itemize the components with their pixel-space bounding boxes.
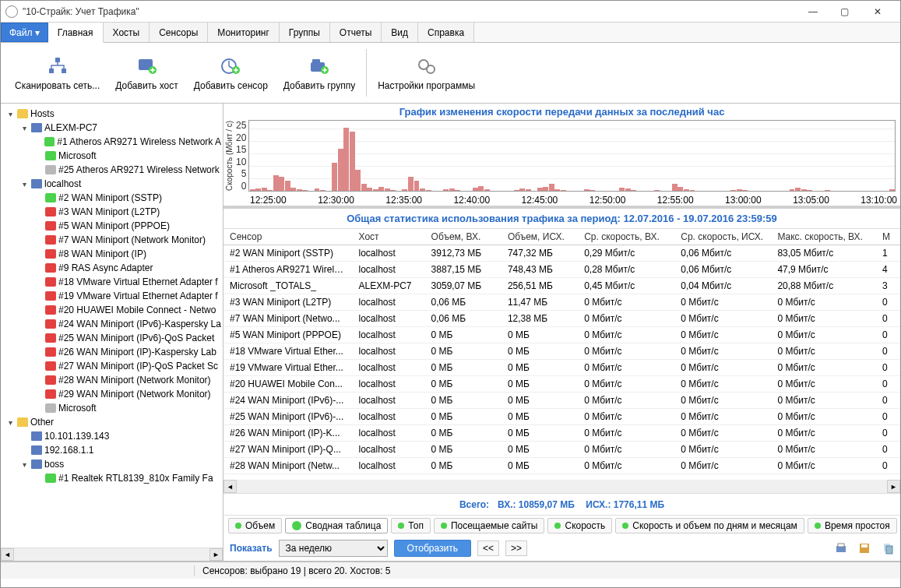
- expand-icon[interactable]: ▾: [5, 110, 15, 118]
- table-row[interactable]: #25 WAN Miniport (IPv6)-...localhost0 МБ…: [223, 409, 900, 425]
- col-header[interactable]: Ср. скорость, ИСХ.: [674, 229, 771, 245]
- view-tab-5[interactable]: Скорость и объем по дням и месяцам: [615, 518, 804, 533]
- tree-node[interactable]: ▸#29 WAN Miniport (Network Monitor): [2, 387, 221, 401]
- table-row[interactable]: #5 WAN Miniport (PPPOE)localhost0 МБ0 МБ…: [223, 327, 900, 343]
- menu-tab-4[interactable]: Группы: [280, 23, 330, 42]
- tree-node[interactable]: ▸#19 VMware Virtual Ethernet Adapter f: [2, 289, 221, 303]
- tree-label: 10.101.139.143: [44, 431, 109, 442]
- tree-node[interactable]: ▸#18 VMware Virtual Ethernet Adapter f: [2, 275, 221, 289]
- add-sensor-button[interactable]: Добавить сенсор: [186, 46, 276, 100]
- view-tab-6[interactable]: Время простоя: [808, 518, 897, 533]
- tree-node[interactable]: ▸#1 Realtek RTL8139_810x Family Fa: [2, 471, 221, 485]
- scan-network-button[interactable]: Сканировать сеть...: [7, 46, 107, 100]
- minimize-button[interactable]: —: [797, 2, 829, 21]
- table-row[interactable]: #2 WAN Miniport (SSTP)localhost3912,73 М…: [223, 245, 900, 262]
- tree-node[interactable]: ▸Microsoft: [2, 149, 221, 163]
- tree-node[interactable]: ▸#20 HUAWEI Mobile Connect - Netwo: [2, 303, 221, 317]
- table-row[interactable]: #3 WAN Miniport (L2TP)localhost0,06 МБ11…: [223, 294, 900, 311]
- table-row[interactable]: #27 WAN Miniport (IP)-Q...localhost0 МБ0…: [223, 442, 900, 458]
- copy-icon[interactable]: [882, 542, 894, 555]
- table-row[interactable]: #20 HUAWEI Mobile Con...localhost0 МБ0 М…: [223, 376, 900, 393]
- table-row[interactable]: #7 WAN Miniport (Netwo...localhost0,06 М…: [223, 311, 900, 327]
- col-header[interactable]: Макс. скорость, ВХ.: [771, 229, 875, 245]
- scroll-right-button[interactable]: ►: [209, 548, 223, 561]
- col-header[interactable]: Объем, ВХ.: [425, 229, 502, 245]
- scroll-left-button[interactable]: ◄: [223, 480, 237, 493]
- tree-node[interactable]: ▸#25 Atheros AR9271 Wireless Network: [2, 163, 221, 177]
- table-row[interactable]: Microsoft _TOTALS_ALEXM-PC73059,07 МБ256…: [223, 278, 900, 294]
- tree-node[interactable]: ▸#28 WAN Miniport (Network Monitor): [2, 373, 221, 387]
- add-group-button[interactable]: Добавить группу: [276, 46, 363, 100]
- tree-node[interactable]: ▾localhost: [2, 177, 221, 191]
- tree-node[interactable]: ▸#9 RAS Async Adapter: [2, 261, 221, 275]
- tree-node[interactable]: ▾Other: [2, 415, 221, 429]
- col-header[interactable]: Объем, ИСХ.: [502, 229, 578, 245]
- table-row[interactable]: #24 WAN Miniport (IPv6)-...localhost0 МБ…: [223, 393, 900, 409]
- menu-tab-3[interactable]: Мониторинг: [208, 23, 280, 42]
- expand-icon[interactable]: ▾: [5, 418, 15, 427]
- expand-icon[interactable]: ▾: [19, 124, 29, 132]
- tree-node[interactable]: ▾boss: [2, 457, 221, 471]
- svg-point-11: [427, 65, 435, 73]
- display-button[interactable]: Отобразить: [394, 540, 471, 557]
- tree-node[interactable]: ▸#1 Atheros AR9271 Wireless Network A: [2, 135, 221, 149]
- tree-node[interactable]: ▸#25 WAN Miniport (IPv6)-QoS Packet: [2, 331, 221, 345]
- view-tab-3[interactable]: Посещаемые сайты: [434, 518, 545, 533]
- expand-icon[interactable]: ▾: [19, 460, 29, 469]
- print-icon[interactable]: [835, 542, 847, 555]
- tree-node[interactable]: ▸Microsoft: [2, 401, 221, 415]
- table-hscroll[interactable]: ◄ ►: [223, 480, 900, 493]
- tree-node[interactable]: ▸#26 WAN Miniport (IP)-Kaspersky Lab: [2, 345, 221, 359]
- red-icon: [45, 375, 56, 385]
- tree-node[interactable]: ▸#3 WAN Miniport (L2TP): [2, 205, 221, 219]
- settings-label: Настройки программы: [378, 80, 475, 91]
- col-header[interactable]: Хост: [353, 229, 425, 245]
- table-row[interactable]: #18 VMware Virtual Ether...localhost0 МБ…: [223, 343, 900, 360]
- menu-tab-6[interactable]: Вид: [382, 23, 418, 42]
- stats-table[interactable]: СенсорХостОбъем, ВХ.Объем, ИСХ.Ср. скоро…: [223, 229, 900, 474]
- close-button[interactable]: ✕: [860, 2, 896, 21]
- tree-node[interactable]: ▸#7 WAN Miniport (Network Monitor): [2, 233, 221, 247]
- scroll-right-button[interactable]: ►: [887, 480, 900, 493]
- period-select[interactable]: За неделю: [279, 540, 388, 557]
- next-button[interactable]: >>: [505, 540, 527, 556]
- menu-tab-1[interactable]: Хосты: [104, 23, 150, 42]
- svg-rect-1: [49, 69, 54, 73]
- table-row[interactable]: #19 VMware Virtual Ether...localhost0 МБ…: [223, 360, 900, 376]
- view-tab-0[interactable]: Объем: [228, 518, 282, 533]
- file-menu[interactable]: Файл ▾: [1, 23, 48, 42]
- tree-node[interactable]: ▾ALEXM-PC7: [2, 121, 221, 135]
- menu-tab-7[interactable]: Справка: [418, 23, 474, 42]
- tree-node[interactable]: ▸192.168.1.1: [2, 443, 221, 457]
- tree-node[interactable]: ▸#2 WAN Miniport (SSTP): [2, 191, 221, 205]
- tree-node[interactable]: ▾Hosts: [2, 107, 221, 121]
- col-header[interactable]: М: [876, 229, 900, 245]
- save-icon[interactable]: [858, 542, 871, 555]
- table-row[interactable]: #28 WAN Miniport (Netw...localhost0 МБ0 …: [223, 458, 900, 474]
- view-tab-4[interactable]: Скорость: [547, 518, 612, 533]
- tree-node[interactable]: ▸#24 WAN Miniport (IPv6)-Kaspersky La: [2, 317, 221, 331]
- view-tab-2[interactable]: Топ: [391, 518, 431, 533]
- view-tab-1[interactable]: Сводная таблица: [285, 518, 388, 533]
- tree-node[interactable]: ▸#8 WAN Miniport (IP): [2, 247, 221, 261]
- expand-icon[interactable]: ▾: [19, 180, 29, 188]
- add-host-button[interactable]: Добавить хост: [107, 46, 185, 100]
- gear-icon: [416, 55, 438, 77]
- maximize-button[interactable]: ▢: [829, 2, 860, 21]
- table-row[interactable]: #1 Atheros AR9271 Wirele...localhost3887…: [223, 262, 900, 278]
- tree-label: Microsoft: [58, 150, 97, 161]
- menu-tab-2[interactable]: Сенсоры: [150, 23, 208, 42]
- tree-node[interactable]: ▸#5 WAN Miniport (PPPOE): [2, 219, 221, 233]
- table-row[interactable]: #26 WAN Miniport (IP)-K...localhost0 МБ0…: [223, 425, 900, 442]
- tree-node[interactable]: ▸10.101.139.143: [2, 429, 221, 443]
- tree-node[interactable]: ▸#27 WAN Miniport (IP)-QoS Packet Sc: [2, 359, 221, 373]
- menu-tab-5[interactable]: Отчеты: [330, 23, 382, 42]
- scroll-left-button[interactable]: ◄: [1, 548, 14, 561]
- col-header[interactable]: Ср. скорость, ВХ.: [578, 229, 674, 245]
- col-header[interactable]: Сенсор: [223, 229, 353, 245]
- host-tree[interactable]: ▾Hosts▾ALEXM-PC7▸#1 Atheros AR9271 Wirel…: [1, 104, 223, 561]
- tree-hscroll[interactable]: ◄ ►: [1, 548, 223, 561]
- menu-tab-0[interactable]: Главная: [48, 23, 104, 43]
- settings-button[interactable]: Настройки программы: [370, 46, 483, 100]
- prev-button[interactable]: <<: [477, 540, 499, 556]
